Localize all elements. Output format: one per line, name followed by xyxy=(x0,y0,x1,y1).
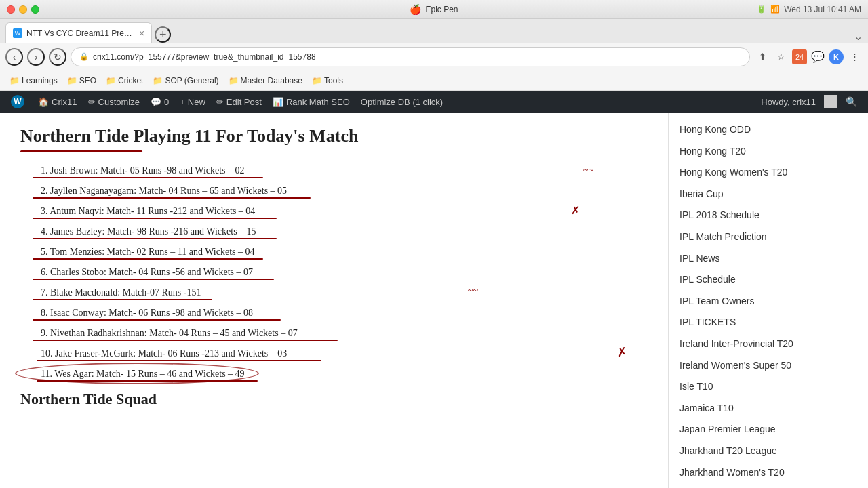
more-menu-icon[interactable]: ⋮ xyxy=(846,49,863,65)
list-item: 5. Tom Menzies: Match- 02 Runs – 11 and … xyxy=(20,245,648,259)
wp-logo-button[interactable]: W xyxy=(5,91,33,113)
sidebar-item-jharkhand-t20[interactable]: Jharkhand T20 League xyxy=(669,441,868,462)
red-mark-3: ✗ xyxy=(571,203,580,219)
bookmark-label: Cricket xyxy=(118,76,143,85)
sidebar-item-japan-premier-league[interactable]: Japan Premier League xyxy=(669,419,868,441)
folder-icon: 📁 xyxy=(153,76,163,85)
sidebar-item-ipl-match-prediction[interactable]: IPL Match Prediction xyxy=(669,226,868,248)
security-icon: 🔒 xyxy=(79,52,89,61)
wp-toolbar: W 🏠 Crix11 ✏ Customize 💬 0 + New ✏ Edit … xyxy=(0,91,868,113)
sidebar-item-ipl-news[interactable]: IPL News xyxy=(669,248,868,270)
red-underline-11 xyxy=(37,380,258,382)
wp-toolbar-right: Howdy, crix11 🔍 xyxy=(755,95,863,108)
list-item: 9. Nivethan Radhakrishnan: Match- 04 Run… xyxy=(20,326,648,340)
sidebar-item-isle-t10[interactable]: Isle T10 xyxy=(669,376,868,398)
main-content: Northern Tide Playing 11 For Today's Mat… xyxy=(0,113,668,488)
wp-new[interactable]: + New xyxy=(174,91,211,113)
red-underline-8 xyxy=(33,319,281,321)
wp-comments[interactable]: 💬 0 xyxy=(145,91,174,113)
list-item: 11. Wes Agar: Match- 15 Runs – 46 and Wi… xyxy=(20,367,648,381)
article-title: Northern Tide Playing 11 For Today's Mat… xyxy=(20,126,648,146)
sidebar-item-ireland-womens-super-50[interactable]: Ireland Women's Super 50 xyxy=(669,355,868,377)
wifi-icon: 📶 xyxy=(770,5,780,14)
active-tab[interactable]: W NTT Vs CYC Dream11 Predictio... × xyxy=(5,22,152,43)
minimize-button[interactable] xyxy=(19,5,27,14)
folder-icon: 📁 xyxy=(312,76,322,85)
sidebar-item-hong-kong-women[interactable]: Hong Kong Women's T20 xyxy=(669,162,868,184)
bookmark-master-db[interactable]: 📁 Master Database xyxy=(224,75,307,87)
bookmark-icon[interactable]: ☆ xyxy=(773,49,789,65)
list-item: 2. Jayllen Naganayagam: Match- 04 Runs –… xyxy=(20,184,648,198)
title-underline xyxy=(20,150,142,152)
red-underline-3 xyxy=(33,218,277,219)
list-item: 6. Charles Stobo: Match- 04 Runs -56 and… xyxy=(20,265,648,279)
folder-icon: 📁 xyxy=(229,76,239,85)
extensions-icon[interactable]: 24 xyxy=(792,49,807,64)
sidebar-item-jharkhand-women[interactable]: Jharkhand Women's T20 xyxy=(669,462,868,484)
apple-icon: 🍎 xyxy=(410,4,421,15)
wp-search-icon[interactable]: 🔍 xyxy=(840,96,863,107)
wp-customize[interactable]: ✏ Customize xyxy=(83,91,145,113)
customize-icon: ✏ xyxy=(88,97,96,107)
avatar xyxy=(824,95,837,108)
refresh-button[interactable]: ↻ xyxy=(49,48,66,66)
window-controls xyxy=(7,5,39,14)
wordpress-icon: W xyxy=(11,95,24,108)
red-underline-9 xyxy=(33,340,338,341)
bookmark-cricket[interactable]: 📁 Cricket xyxy=(102,75,147,87)
bookmark-tools[interactable]: 📁 Tools xyxy=(308,75,347,87)
back-button[interactable]: ‹ xyxy=(5,48,23,66)
share-icon[interactable]: ⬆ xyxy=(754,49,770,65)
profile-icon[interactable]: K xyxy=(829,49,844,64)
tab-title: NTT Vs CYC Dream11 Predictio... xyxy=(26,28,135,38)
player-list: 1. Josh Brown: Match- 05 Runs -98 and Wi… xyxy=(20,163,648,381)
bookmark-label: Learnings xyxy=(22,76,58,85)
folder-icon: 📁 xyxy=(9,76,20,85)
bookmark-label: SEO xyxy=(79,76,96,85)
sidebar-item-hong-kong-odd[interactable]: Hong Kong ODD xyxy=(669,119,868,141)
red-underline xyxy=(33,177,263,178)
comment-icon: 💬 xyxy=(151,97,161,107)
title-bar: 🍎 Epic Pen 🔋 📶 Wed 13 Jul 10:41 AM xyxy=(0,0,868,19)
sidebar-item-hong-kong-t20[interactable]: Hong Kong T20 xyxy=(669,141,868,163)
sidebar-item-jamaica-t10[interactable]: Jamaica T10 xyxy=(669,398,868,420)
sidebar-item-ipl-2018-schedule[interactable]: IPL 2018 Schedule xyxy=(669,205,868,226)
whatsapp-icon[interactable]: 💬 xyxy=(810,49,826,65)
battery-icon: 🔋 xyxy=(757,5,766,14)
address-bar[interactable]: 🔒 crix11.com/?p=155777&preview=true&_thu… xyxy=(71,47,750,66)
forward-button[interactable]: › xyxy=(27,48,45,66)
rank-math-icon: 📊 xyxy=(273,97,283,107)
wp-edit-post[interactable]: ✏ Edit Post xyxy=(211,91,267,113)
bookmark-seo[interactable]: 📁 SEO xyxy=(63,75,100,87)
wp-howdy-text: Howdy, crix11 xyxy=(755,97,821,107)
title-bar-right: 🔋 📶 Wed 13 Jul 10:41 AM xyxy=(757,5,861,14)
tab-expand-icon[interactable]: ⌄ xyxy=(854,30,863,43)
nav-bar: ‹ › ↻ 🔒 crix11.com/?p=155777&preview=tru… xyxy=(0,43,868,70)
new-tab-button[interactable]: + xyxy=(155,26,171,43)
datetime: Wed 13 Jul 10:41 AM xyxy=(784,5,861,14)
sidebar-item-ipl-team-owners[interactable]: IPL Team Owners xyxy=(669,291,868,312)
tab-close-button[interactable]: × xyxy=(139,28,144,39)
tab-bar: W NTT Vs CYC Dream11 Predictio... × + ⌄ xyxy=(0,19,868,43)
title-bar-content: 🍎 Epic Pen xyxy=(410,4,458,15)
red-mark-10: ✗ xyxy=(616,343,629,363)
browser-toolbar-icons: ⬆ ☆ 24 💬 K ⋮ xyxy=(754,49,863,65)
squad-heading: Northern Tide Squad xyxy=(20,390,648,408)
wp-optimize-db[interactable]: Optimize DB (1 click) xyxy=(355,91,448,113)
red-underline-10 xyxy=(37,360,321,361)
bookmark-sop[interactable]: 📁 SOP (General) xyxy=(149,75,222,87)
red-underline-2 xyxy=(33,197,311,199)
sidebar-item-ireland-inter-provincial[interactable]: Ireland Inter-Provincial T20 xyxy=(669,333,868,355)
sidebar-item-ipl-schedule[interactable]: IPL Schedule xyxy=(669,269,868,291)
bookmark-learnings[interactable]: 📁 Learnings xyxy=(5,75,62,87)
wp-site-name[interactable]: 🏠 Crix11 xyxy=(33,91,83,113)
close-button[interactable] xyxy=(7,5,15,14)
sidebar-item-iberia-cup[interactable]: Iberia Cup xyxy=(669,184,868,205)
sidebar-item-ipl-tickets[interactable]: IPL TICKETS xyxy=(669,312,868,333)
red-underline-6 xyxy=(33,279,274,280)
maximize-button[interactable] xyxy=(31,5,39,14)
site-label: 🏠 xyxy=(38,97,49,107)
wp-rank-math[interactable]: 📊 Rank Math SEO xyxy=(267,91,355,113)
bookmarks-bar: 📁 Learnings 📁 SEO 📁 Cricket 📁 SOP (Gener… xyxy=(0,70,868,91)
bookmark-label: SOP (General) xyxy=(165,76,218,85)
